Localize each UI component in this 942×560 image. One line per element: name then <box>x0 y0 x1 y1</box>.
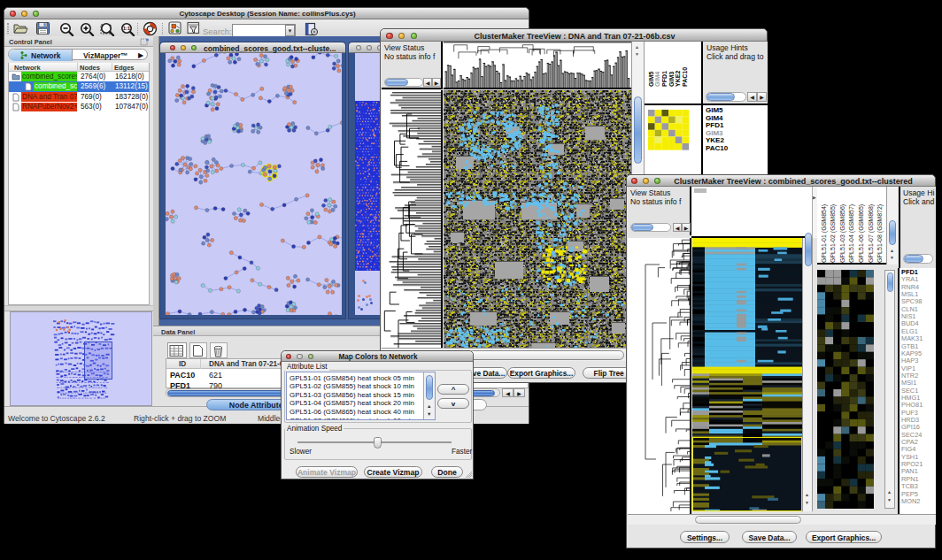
svg-text:1:1: 1:1 <box>123 26 130 31</box>
